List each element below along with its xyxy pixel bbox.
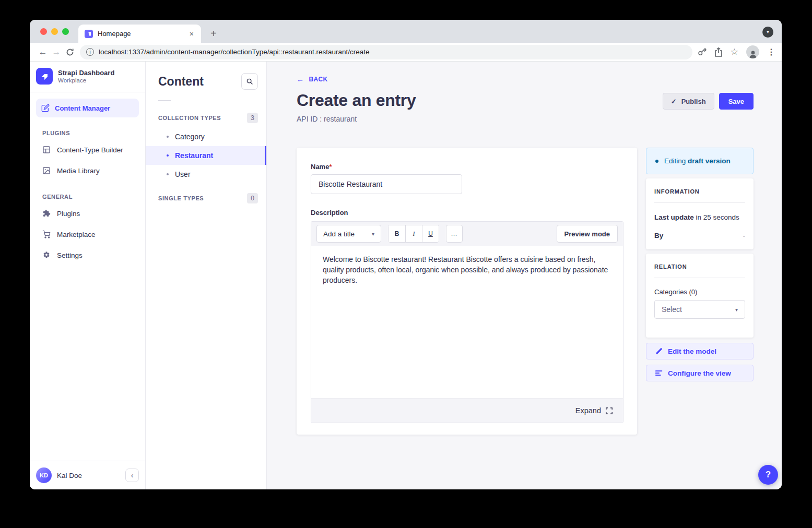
expand-editor-button[interactable]: Expand bbox=[575, 406, 613, 415]
help-button[interactable]: ? bbox=[758, 465, 778, 485]
cart-icon bbox=[42, 230, 51, 238]
bookmark-star-icon[interactable]: ☆ bbox=[731, 46, 738, 57]
save-label: Save bbox=[728, 98, 744, 105]
address-bar[interactable]: i localhost:1337/admin/content-manager/c… bbox=[80, 45, 692, 59]
expand-icon bbox=[606, 407, 613, 414]
minimize-window-button[interactable] bbox=[51, 28, 58, 35]
browser-avatar[interactable] bbox=[746, 45, 759, 58]
content-subnav: Content COLLECTION TYPES 3 Category Rest… bbox=[146, 62, 267, 489]
sidebar-item-label: Content Manager bbox=[55, 104, 110, 112]
collection-type-restaurant[interactable]: Restaurant bbox=[146, 146, 266, 165]
bullet-icon bbox=[167, 154, 169, 157]
sidebar-section-general: GENERAL bbox=[30, 181, 145, 203]
single-types-count-badge: 0 bbox=[247, 193, 258, 203]
information-title: INFORMATION bbox=[654, 188, 745, 195]
collection-type-label: Category bbox=[175, 133, 205, 141]
sidebar-item-label: Content-Type Builder bbox=[57, 146, 123, 154]
save-button[interactable]: Save bbox=[719, 93, 754, 110]
italic-button[interactable]: I bbox=[405, 225, 422, 242]
bold-button[interactable]: B bbox=[389, 225, 405, 242]
workspace-header[interactable]: Strapi Dashboard Workplace bbox=[30, 62, 145, 92]
rich-text-editor: Add a title ▾ B I U ... Preview mode bbox=[311, 221, 623, 423]
tab-strip: Homepage × + ▼ bbox=[30, 20, 782, 43]
entry-form-card: Name* Description Add a title ▾ B bbox=[297, 148, 637, 435]
sidebar-item-settings[interactable]: Settings bbox=[30, 245, 145, 266]
sidebar-item-content-manager[interactable]: Content Manager bbox=[36, 99, 139, 117]
select-placeholder: Select bbox=[662, 305, 682, 314]
back-link[interactable]: ← BACK bbox=[297, 75, 328, 83]
editor-toolbar: Add a title ▾ B I U ... Preview mode bbox=[311, 222, 623, 246]
strapi-favicon-icon bbox=[85, 30, 93, 38]
sidebar-footer: KD Kai Doe ‹ bbox=[30, 461, 145, 489]
browser-tab[interactable]: Homepage × bbox=[78, 25, 201, 43]
bullet-icon bbox=[167, 173, 169, 175]
password-key-icon[interactable] bbox=[698, 47, 707, 56]
more-options-button[interactable]: ... bbox=[446, 225, 463, 243]
collection-types-header: COLLECTION TYPES bbox=[158, 115, 221, 121]
title-style-dropdown[interactable]: Add a title ▾ bbox=[316, 225, 381, 243]
sidebar-item-media-library[interactable]: Media Library bbox=[30, 160, 145, 181]
description-textarea[interactable]: Welcome to Biscotte restaurant! Restaura… bbox=[311, 246, 623, 398]
collection-type-user[interactable]: User bbox=[146, 165, 266, 184]
bullet-icon bbox=[167, 136, 169, 138]
underline-button[interactable]: U bbox=[422, 225, 439, 242]
strapi-logo-icon bbox=[36, 68, 53, 85]
content-manager-icon bbox=[41, 104, 50, 112]
status-dot-icon bbox=[655, 160, 658, 163]
description-field-label: Description bbox=[311, 209, 623, 217]
layout-icon bbox=[42, 146, 51, 154]
site-info-icon[interactable]: i bbox=[86, 48, 94, 56]
avatar[interactable]: KD bbox=[36, 467, 52, 483]
browser-profile-button[interactable]: ▼ bbox=[762, 27, 773, 38]
workspace-title: Strapi Dashboard bbox=[58, 69, 114, 77]
close-tab-icon[interactable]: × bbox=[189, 30, 195, 38]
browser-menu-icon[interactable]: ⋮ bbox=[767, 47, 775, 57]
check-icon: ✓ bbox=[671, 98, 677, 105]
close-window-button[interactable] bbox=[40, 28, 47, 35]
name-field-label: Name* bbox=[311, 163, 623, 171]
search-button[interactable] bbox=[241, 73, 258, 90]
pencil-icon bbox=[655, 347, 663, 355]
collapse-sidebar-button[interactable]: ‹ bbox=[125, 469, 139, 482]
preview-mode-button[interactable]: Preview mode bbox=[557, 225, 618, 243]
sidebar-item-label: Media Library bbox=[57, 167, 100, 175]
publish-button[interactable]: ✓ Publish bbox=[663, 93, 714, 110]
back-icon[interactable]: ← bbox=[36, 47, 50, 57]
collection-type-label: User bbox=[175, 170, 191, 178]
edit-model-button[interactable]: Edit the model bbox=[646, 343, 754, 359]
share-icon[interactable] bbox=[714, 47, 723, 57]
chevron-down-icon: ▾ bbox=[372, 231, 374, 237]
sidebar-item-label: Marketplace bbox=[57, 231, 96, 238]
sidebar-item-content-type-builder[interactable]: Content-Type Builder bbox=[30, 139, 145, 160]
new-tab-button[interactable]: + bbox=[210, 28, 217, 40]
collection-types-count-badge: 3 bbox=[247, 113, 258, 123]
editor-footer: Expand bbox=[311, 398, 623, 423]
draft-status-banner: Editing draft version bbox=[646, 148, 754, 174]
refresh-icon[interactable] bbox=[63, 48, 77, 56]
sidebar-item-plugins[interactable]: Plugins bbox=[30, 203, 145, 224]
sidebar-item-label: Settings bbox=[57, 251, 83, 259]
workspace-subtitle: Workplace bbox=[58, 77, 114, 83]
single-types-header: SINGLE TYPES bbox=[158, 195, 204, 201]
image-icon bbox=[42, 166, 51, 175]
information-panel: INFORMATION Last update in 25 seconds By… bbox=[646, 178, 754, 249]
entry-aside: Editing draft version INFORMATION Last u… bbox=[646, 148, 754, 381]
configure-view-button[interactable]: Configure the view bbox=[646, 365, 754, 381]
collection-type-category[interactable]: Category bbox=[146, 127, 266, 146]
format-button-group: B I U bbox=[388, 225, 439, 243]
chevron-down-icon: ▾ bbox=[735, 307, 738, 313]
zoom-window-button[interactable] bbox=[62, 28, 69, 35]
name-input[interactable] bbox=[311, 174, 462, 194]
categories-select[interactable]: Select ▾ bbox=[654, 300, 745, 319]
sidebar-item-marketplace[interactable]: Marketplace bbox=[30, 224, 145, 245]
draft-status-text: Editing draft version bbox=[664, 157, 731, 165]
tab-title: Homepage bbox=[98, 30, 184, 38]
by-row: By - bbox=[654, 232, 745, 239]
forward-icon[interactable]: → bbox=[50, 47, 63, 57]
relation-panel: RELATION Categories (0) Select ▾ bbox=[646, 254, 754, 338]
main-sidebar: Strapi Dashboard Workplace Content Manag… bbox=[30, 62, 146, 489]
configure-lines-icon bbox=[655, 369, 663, 377]
back-label: BACK bbox=[309, 76, 327, 83]
url-text: localhost:1337/admin/content-manager/col… bbox=[99, 48, 370, 56]
browser-toolbar: ← → i localhost:1337/admin/content-manag… bbox=[30, 43, 782, 62]
